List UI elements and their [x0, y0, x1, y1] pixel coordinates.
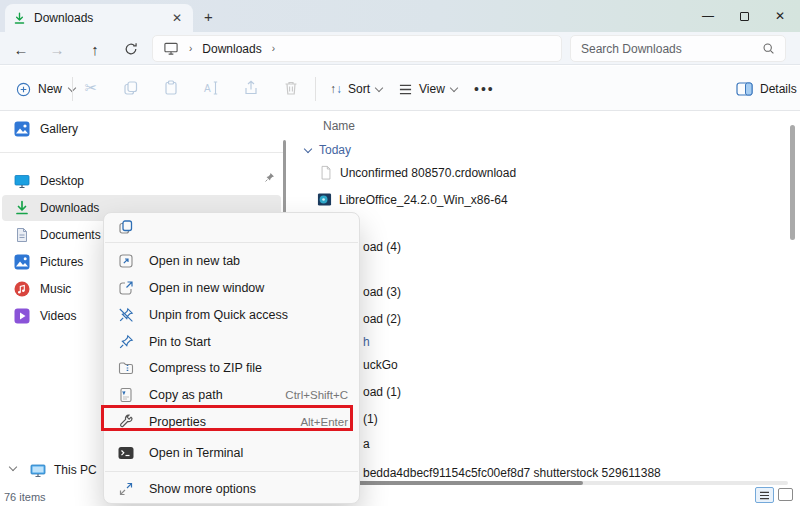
- breadcrumb-downloads[interactable]: Downloads: [202, 42, 261, 56]
- installer-file-icon: [317, 192, 332, 207]
- menu-item-label: Show more options: [149, 482, 256, 496]
- file-row[interactable]: Unconfirmed 808570.crdownload: [319, 165, 516, 180]
- copy-as-path-icon: [118, 387, 134, 403]
- file-list: Name Today Unconfirmed 808570.crdownload…: [290, 112, 800, 490]
- toolbar-divider: [72, 77, 73, 101]
- file-name-fragment[interactable]: uckGo: [363, 358, 398, 372]
- terminal-icon: [118, 445, 134, 461]
- group-header-fragment[interactable]: h: [363, 335, 370, 349]
- explorer-tab-downloads[interactable]: Downloads ✕: [5, 4, 193, 32]
- breadcrumb-chevron-icon: ›: [189, 43, 192, 54]
- breadcrumb[interactable]: › Downloads ›: [152, 35, 562, 62]
- pin-icon: [118, 334, 134, 350]
- menu-divider: [105, 471, 358, 472]
- refresh-button[interactable]: [118, 36, 144, 62]
- sidebar-item-desktop[interactable]: Desktop: [2, 168, 281, 194]
- menu-item-label: Open in Terminal: [149, 446, 243, 460]
- file-name-fragment[interactable]: oad (2): [363, 312, 401, 326]
- sort-button[interactable]: ↑↓ Sort: [324, 74, 388, 104]
- forward-button[interactable]: →: [44, 36, 70, 62]
- this-pc-icon: [30, 462, 46, 478]
- new-tab-button[interactable]: +: [204, 8, 213, 25]
- file-name-fragment[interactable]: oad (3): [363, 285, 401, 299]
- back-button[interactable]: ←: [8, 36, 34, 62]
- window-minimize-button[interactable]: —: [690, 0, 726, 32]
- chevron-down-icon: [450, 83, 458, 91]
- menu-item-label: Open in new tab: [149, 254, 240, 268]
- menu-item-copy-as-path[interactable]: Copy as path Ctrl+Shift+C: [108, 381, 357, 408]
- sidebar-item-label: This PC: [54, 463, 97, 477]
- desktop-icon: [14, 173, 30, 189]
- menu-item-open-in-new-window[interactable]: Open in new window: [108, 274, 357, 301]
- sidebar-item-label: Documents: [40, 228, 101, 242]
- file-name: Unconfirmed 808570.crdownload: [340, 166, 516, 180]
- cut-icon[interactable]: ✂: [82, 79, 100, 97]
- tab-close-icon[interactable]: ✕: [169, 10, 185, 26]
- open-in-new-tab-icon: [118, 253, 134, 269]
- items-count: 76 items: [4, 491, 46, 503]
- column-header-name[interactable]: Name: [323, 119, 355, 133]
- menu-item-unpin-from-quick-access[interactable]: Unpin from Quick access: [108, 301, 357, 328]
- music-icon: [14, 281, 30, 297]
- sidebar-item-label: Pictures: [40, 255, 83, 269]
- downloads-icon: [14, 200, 30, 216]
- menu-divider: [105, 242, 358, 243]
- file-name-fragment[interactable]: bedda4dbecf91154c5fc00ef8d7 shutterstock…: [363, 466, 661, 480]
- window-close-button[interactable]: ✕: [762, 0, 798, 32]
- documents-icon: [14, 227, 30, 243]
- menu-item-open-in-new-tab[interactable]: Open in new tab: [108, 247, 357, 274]
- copy-icon[interactable]: [118, 219, 134, 235]
- sidebar-item-label: Music: [40, 282, 71, 296]
- file-explorer-window: Downloads ✕ + — ✕ ← → ↑ › Downloads ›: [0, 0, 800, 506]
- breadcrumb-chevron-icon[interactable]: ›: [272, 43, 275, 54]
- details-pane-icon: [736, 82, 753, 96]
- chevron-down-icon: [304, 144, 312, 152]
- menu-item-show-more-options[interactable]: Show more options: [108, 475, 357, 502]
- window-maximize-button[interactable]: [726, 0, 762, 32]
- menu-item-shortcut: Ctrl+Shift+C: [285, 389, 348, 401]
- list-view-toggle[interactable]: [755, 487, 774, 503]
- view-lines-icon: [398, 83, 413, 96]
- new-plus-icon: [16, 82, 31, 97]
- open-in-new-window-icon: [118, 280, 134, 296]
- rename-icon[interactable]: A: [202, 79, 220, 97]
- horizontal-scrollbar-thumb[interactable]: [333, 481, 583, 485]
- menu-item-open-in-terminal[interactable]: Open in Terminal: [108, 439, 357, 466]
- up-button[interactable]: ↑: [82, 36, 108, 62]
- view-button-label: View: [419, 82, 445, 96]
- group-header-today[interactable]: Today: [305, 143, 351, 157]
- new-button-label: New: [38, 82, 62, 96]
- details-pane-button[interactable]: Details: [730, 74, 800, 104]
- downloads-tab-icon: [13, 12, 26, 25]
- command-toolbar: New ✂ A ↑↓ Sort View: [0, 66, 800, 111]
- see-more-button[interactable]: •••: [468, 74, 501, 104]
- view-button[interactable]: View: [392, 74, 463, 104]
- menu-item-pin-to-start[interactable]: Pin to Start: [108, 328, 357, 355]
- videos-icon: [14, 308, 30, 324]
- properties-wrench-icon: [118, 414, 134, 430]
- gallery-icon: [14, 121, 30, 137]
- thumbnail-view-toggle[interactable]: [778, 488, 793, 501]
- toolbar-divider: [315, 77, 316, 101]
- file-name-fragment[interactable]: (1): [363, 412, 378, 426]
- paste-icon[interactable]: [162, 79, 180, 97]
- sidebar-item-gallery[interactable]: Gallery: [2, 116, 281, 142]
- share-icon[interactable]: [242, 79, 260, 97]
- search-box[interactable]: [570, 35, 786, 62]
- menu-item-properties[interactable]: Properties Alt+Enter: [108, 408, 357, 435]
- delete-icon[interactable]: [282, 79, 300, 97]
- file-name: LibreOffice_24.2.0_Win_x86-64: [339, 193, 508, 207]
- sidebar-item-label: Gallery: [40, 122, 78, 136]
- menu-item-compress-to-zip[interactable]: Compress to ZIP file: [108, 354, 357, 381]
- search-input[interactable]: [581, 42, 762, 56]
- group-header-label: Today: [319, 143, 351, 157]
- vertical-scrollbar[interactable]: [790, 125, 795, 240]
- file-name-fragment[interactable]: oad (4): [363, 240, 401, 254]
- file-row[interactable]: LibreOffice_24.2.0_Win_x86-64: [317, 192, 508, 207]
- file-name-fragment[interactable]: oad (1): [363, 385, 401, 399]
- menu-item-label: Unpin from Quick access: [149, 308, 288, 322]
- copy-icon[interactable]: [122, 79, 140, 97]
- file-name-fragment[interactable]: a: [363, 437, 370, 451]
- show-more-options-icon: [118, 481, 134, 497]
- file-icon: [319, 165, 333, 180]
